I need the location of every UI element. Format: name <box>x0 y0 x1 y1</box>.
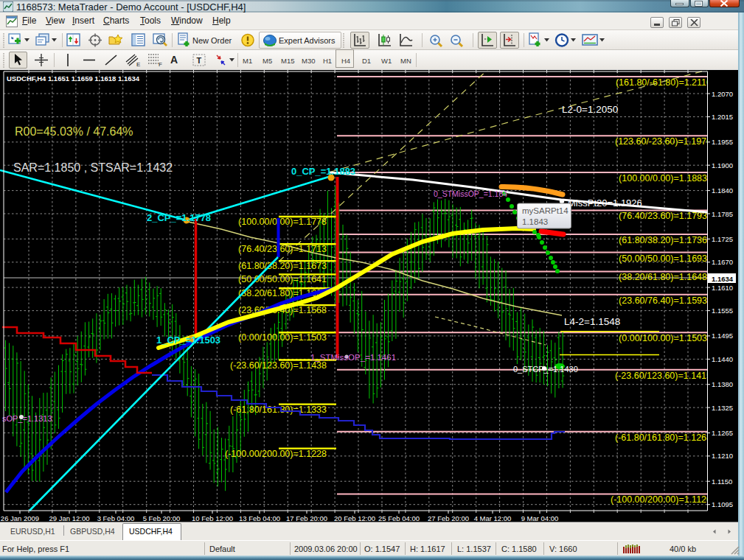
svg-text:1.1495: 1.1495 <box>712 332 733 340</box>
svg-text:SAR=1.1850 , STSAR=1.1432: SAR=1.1850 , STSAR=1.1432 <box>13 161 173 174</box>
svg-text:mySARPt14: mySARPt14 <box>522 206 569 215</box>
svg-text:(100.00/0.00)=1.1778: (100.00/0.00)=1.1778 <box>238 217 327 227</box>
svg-text:(61.80/38.20)=1.1736: (61.80/38.20)=1.1736 <box>619 235 707 245</box>
svg-text:1.1610: 1.1610 <box>712 284 733 292</box>
svg-text:1.1150: 1.1150 <box>712 477 732 486</box>
svg-text:(-100.00/200.00)=1.1228: (-100.00/200.00)=1.1228 <box>225 449 327 459</box>
svg-text:10 Feb 12:00: 10 Feb 12:00 <box>192 514 233 522</box>
svg-text:MissPt20=1.1926: MissPt20=1.1926 <box>568 197 642 209</box>
svg-text:(-23.60/123.60)=1.1415: (-23.60/123.60)=1.1415 <box>615 371 712 381</box>
svg-text:26 Jan 2009: 26 Jan 2009 <box>1 514 39 522</box>
svg-text:1.1725: 1.1725 <box>712 235 733 243</box>
svg-text:1.1265: 1.1265 <box>712 429 733 437</box>
svg-text:29 Jan 12:00: 29 Jan 12:00 <box>49 514 90 522</box>
svg-text:1.1840: 1.1840 <box>712 186 733 195</box>
svg-text:(50.00/50.00)=1.1693: (50.00/50.00)=1.1693 <box>619 253 707 264</box>
svg-text:1.1555: 1.1555 <box>712 307 733 315</box>
svg-text:1.2015: 1.2015 <box>712 113 733 121</box>
svg-text:(123.60/-23.60)=1.1970: (123.60/-23.60)=1.1970 <box>615 136 712 147</box>
svg-text:USDCHF,H4 1.1651 1.1659 1.161: USDCHF,H4 1.1651 1.1659 1.1618 1.1634 <box>7 74 140 83</box>
svg-text:0_CP_=1.1883: 0_CP_=1.1883 <box>291 166 355 177</box>
svg-text:(61.80/38.20)=1.1673: (61.80/38.20)=1.1673 <box>238 261 327 271</box>
svg-text:1.1634: 1.1634 <box>712 275 734 283</box>
svg-text:9 Mar 04:00: 9 Mar 04:00 <box>521 514 559 522</box>
svg-text:1.1095: 1.1095 <box>712 500 733 508</box>
svg-text:1.1670: 1.1670 <box>712 258 733 266</box>
svg-text:(76.40/23.60)=1.1793: (76.40/23.60)=1.1793 <box>619 211 707 221</box>
svg-text:2_CP_=1.1778: 2_CP_=1.1778 <box>147 212 211 223</box>
svg-text:1.2070: 1.2070 <box>712 90 733 98</box>
svg-text:17 Feb 20:00: 17 Feb 20:00 <box>286 514 327 522</box>
svg-text:13 Feb 04:00: 13 Feb 04:00 <box>239 514 280 522</box>
svg-text:0_STCP_=1.1430: 0_STCP_=1.1430 <box>513 365 578 374</box>
svg-text:E: E <box>136 61 140 68</box>
svg-text:(100.00/0.00)=1.1883: (100.00/0.00)=1.1883 <box>619 173 707 183</box>
svg-text:(0.00/100.00)=1.1503: (0.00/100.00)=1.1503 <box>238 332 327 343</box>
svg-text:1.1900: 1.1900 <box>712 161 733 169</box>
svg-text:1.1843: 1.1843 <box>522 217 548 226</box>
svg-text:20 Feb 12:00: 20 Feb 12:00 <box>334 514 375 522</box>
svg-text:5 Feb 20:00: 5 Feb 20:00 <box>143 514 181 522</box>
svg-text:(0.00/100.00)=1.1503: (0.00/100.00)=1.1503 <box>619 333 707 343</box>
svg-text:1.1785: 1.1785 <box>712 210 733 218</box>
svg-text:(-61.80/161.80)=1.1268: (-61.80/161.80)=1.1268 <box>615 433 712 443</box>
svg-text:4 Mar 12:00: 4 Mar 12:00 <box>474 514 512 522</box>
svg-text:1.1380: 1.1380 <box>712 380 733 388</box>
svg-text:(-100.00/200.00)=1.1120: (-100.00/200.00)=1.1120 <box>611 494 712 505</box>
svg-text:1.1210: 1.1210 <box>712 452 733 460</box>
svg-text:L4-2=1.1548: L4-2=1.1548 <box>564 316 620 327</box>
svg-text:(76.40/23.60)=1.1713: (76.40/23.60)=1.1713 <box>238 244 327 254</box>
svg-text:(38.20/61.80)=1.1648: (38.20/61.80)=1.1648 <box>619 272 707 282</box>
svg-text:27 Feb 20:00: 27 Feb 20:00 <box>428 514 469 522</box>
svg-text:1.1440: 1.1440 <box>712 355 733 363</box>
svg-text:(161.80/-61.80)=1.2110: (161.80/-61.80)=1.2110 <box>616 77 712 88</box>
svg-text:0_STMissOP_=1.184: 0_STMissOP_=1.184 <box>434 189 507 198</box>
svg-text:(-61.80/161.80)=1.1333: (-61.80/161.80)=1.1333 <box>230 405 327 415</box>
svg-text:1.1325: 1.1325 <box>712 404 733 412</box>
svg-text:1.1955: 1.1955 <box>712 138 733 146</box>
svg-text:(23.60/76.40)=1.1593: (23.60/76.40)=1.1593 <box>619 295 707 306</box>
svg-text:1_STMissOP_=1.1461: 1_STMissOP_=1.1461 <box>310 353 396 362</box>
svg-text:1_CP_=1.1503: 1_CP_=1.1503 <box>156 335 220 346</box>
svg-text:3 Feb 04:00: 3 Feb 04:00 <box>97 514 135 522</box>
svg-text:L2-0=1.2050: L2-0=1.2050 <box>562 104 618 115</box>
svg-text:T: T <box>197 56 202 65</box>
svg-text:F: F <box>159 61 162 68</box>
svg-text:sOP_=1.1313: sOP_=1.1313 <box>2 414 52 423</box>
svg-text:25 Feb 04:00: 25 Feb 04:00 <box>378 514 420 522</box>
svg-text:R00=45.03% / 47.64%: R00=45.03% / 47.64% <box>15 125 133 138</box>
